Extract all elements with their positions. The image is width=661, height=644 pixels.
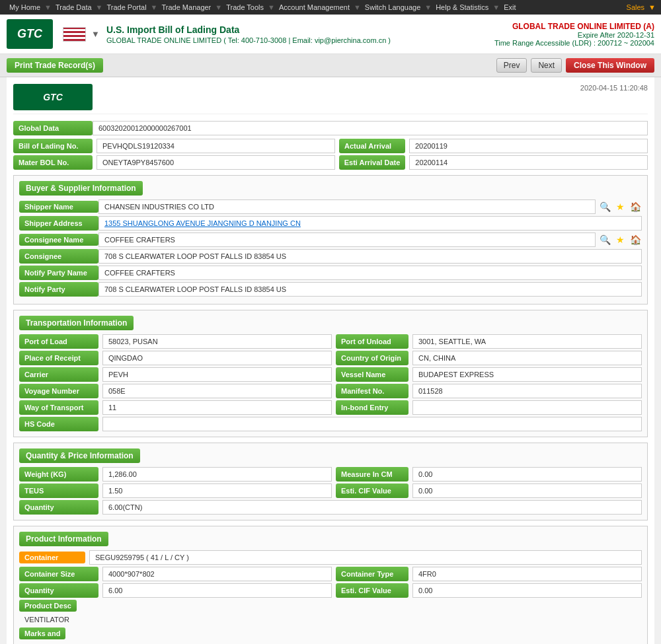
consignee-search-icon[interactable]: 🔍 [598, 233, 611, 246]
main-content: GTC 2020-04-15 11:20:48 Global Data 6003… [7, 77, 654, 644]
logo-text: GTC [17, 27, 42, 41]
carrier-vessel-row: Carrier PEVH Vessel Name BUDAPEST EXPRES… [19, 367, 642, 382]
mater-bol-row: Mater BOL No. ONEYTA9PY8457600 Esti Arri… [13, 155, 648, 170]
nav-sales[interactable]: Sales [623, 3, 649, 11]
transport-bond-row: Way of Transport 11 In-bond Entry [19, 400, 642, 415]
marks-button[interactable]: Marks and [19, 627, 65, 639]
country-origin-value: CN, CHINA [412, 351, 642, 365]
header-title: U.S. Import Bill of Lading Data [106, 24, 494, 35]
manifest-no-value: 011528 [412, 384, 642, 398]
buyer-supplier-header: Buyer & Supplier Information [19, 181, 143, 196]
shipper-name-label: Shipper Name [19, 201, 98, 213]
port-row: Port of Load 58023, PUSAN Port of Unload… [19, 334, 642, 349]
close-window-button-top[interactable]: Close This Window [566, 58, 654, 73]
header-time-range: Time Range Accessible (LDR) : 200712 ~ 2… [494, 39, 654, 47]
prod-qty-cif-row: Quantity 6.00 Esti. CIF Value 0.00 [19, 583, 642, 598]
consignee-name-value: COFFEE CRAFTERS [98, 233, 596, 247]
consignee-label: Consignee [19, 249, 98, 264]
nav-switch-language[interactable]: Switch Language [361, 3, 424, 11]
actual-arrival-value: 20200119 [409, 139, 648, 153]
measure-cm-label: Measure In CM [336, 467, 408, 482]
consignee-icons: 🔍 ★ 🏠 [598, 233, 642, 246]
actual-arrival-label: Actual Arrival [339, 139, 405, 153]
shipper-address-value: 1355 SHUANGLONG AVENUE JIANGNING D NANJI… [98, 216, 642, 231]
header-info: U.S. Import Bill of Lading Data GLOBAL T… [106, 24, 494, 44]
prod-quantity-label: Quantity [19, 583, 98, 598]
marks-value: COFFEE CRAFTERS [19, 641, 642, 644]
container-size-label: Container Size [19, 567, 98, 581]
home-icon[interactable]: 🏠 [629, 200, 642, 213]
hs-code-row: HS Code [19, 417, 642, 431]
carrier-label: Carrier [19, 367, 98, 382]
in-bond-value [412, 400, 642, 415]
notify-party-name-row: Notify Party Name COFFEE CRAFTERS [19, 266, 642, 280]
shipper-icons: 🔍 ★ 🏠 [598, 200, 642, 213]
product-desc-row: Product Desc [19, 600, 642, 612]
voyage-number-label: Voyage Number [19, 384, 98, 398]
container-badge: Container [19, 552, 85, 563]
print-bar-top: Print Trade Record(s) Prev Next Close Th… [0, 54, 661, 77]
consignee-name-row: Consignee Name COFFEE CRAFTERS 🔍 ★ 🏠 [19, 233, 642, 247]
hs-code-label: HS Code [19, 417, 98, 431]
measure-cm-value: 0.00 [412, 467, 642, 482]
search-icon[interactable]: 🔍 [598, 200, 611, 213]
esti-cif-label: Esti. CIF Value [336, 483, 408, 498]
header-subtitle: GLOBAL TRADE ONLINE LIMITED ( Tel: 400-7… [106, 36, 494, 44]
nav-exit[interactable]: Exit [500, 3, 520, 11]
in-bond-label: In-bond Entry [336, 400, 408, 415]
global-data-row: Global Data 60032020012000000267001 [13, 121, 648, 135]
receipt-origin-row: Place of Receipt QINGDAO Country of Orig… [19, 351, 642, 365]
notify-party-row: Notify Party 708 S CLEARWATER LOOP POST … [19, 282, 642, 297]
logo-box: GTC [7, 19, 53, 49]
place-receipt-label: Place of Receipt [19, 351, 98, 365]
transport-header: Transportation Information [19, 316, 134, 330]
star-icon[interactable]: ★ [613, 200, 627, 213]
nav-my-home[interactable]: My Home [5, 3, 44, 11]
shipper-name-row: Shipper Name CHANSEN INDUSTRIES CO LTD 🔍… [19, 199, 642, 214]
top-navigation: My Home ▼ Trade Data ▼ Trade Portal ▼ Tr… [0, 0, 661, 15]
prod-esti-cif-label: Esti. CIF Value [336, 583, 408, 598]
buyer-supplier-section: Buyer & Supplier Information Shipper Nam… [13, 175, 648, 304]
consignee-home-icon[interactable]: 🏠 [629, 233, 642, 246]
notify-party-name-value: COFFEE CRAFTERS [98, 266, 642, 280]
doc-logo-text: GTC [43, 92, 63, 102]
nav-trade-portal[interactable]: Trade Portal [102, 3, 150, 11]
notify-party-label: Notify Party [19, 282, 98, 297]
print-trade-record-button-top[interactable]: Print Trade Record(s) [7, 58, 103, 73]
quantity-section: Quantity & Price Information Weight (KG)… [13, 443, 648, 520]
voyage-manifest-row: Voyage Number 058E Manifest No. 011528 [19, 384, 642, 398]
consignee-star-icon[interactable]: ★ [613, 233, 627, 246]
nav-help-statistics[interactable]: Help & Statistics [432, 3, 492, 11]
quantity-value: 6.00(CTN) [102, 500, 642, 515]
shipper-address-label: Shipper Address [19, 216, 98, 231]
way-transport-label: Way of Transport [19, 400, 98, 415]
product-desc-value: VENTILATOR [19, 614, 642, 626]
container-type-value: 4FR0 [412, 567, 642, 581]
voyage-number-value: 058E [102, 384, 332, 398]
port-unload-value: 3001, SEATTLE, WA [412, 334, 642, 349]
next-button-top[interactable]: Next [531, 58, 562, 73]
nav-trade-tools[interactable]: Trade Tools [222, 3, 268, 11]
nav-account-management[interactable]: Account Management [275, 3, 354, 11]
shipper-name-value: CHANSEN INDUSTRIES CO LTD [98, 199, 596, 214]
doc-timestamp: 2020-04-15 11:20:48 [580, 84, 648, 92]
flag-dropdown[interactable]: ▼ [91, 29, 100, 39]
prod-quantity-value: 6.00 [102, 583, 332, 598]
nav-trade-manager[interactable]: Trade Manager [157, 3, 215, 11]
doc-logo: GTC [13, 84, 93, 110]
global-data-value: 60032020012000000267001 [93, 121, 648, 135]
weight-kg-label: Weight (KG) [19, 467, 98, 482]
way-transport-value: 11 [102, 400, 332, 415]
header-bar: GTC ▼ U.S. Import Bill of Lading Data GL… [0, 15, 661, 54]
doc-header: GTC 2020-04-15 11:20:48 [13, 84, 648, 114]
nav-trade-data[interactable]: Trade Data [52, 3, 96, 11]
carrier-value: PEVH [102, 367, 332, 382]
hs-code-value [102, 417, 642, 431]
header-expire: Expire After 2020-12-31 [494, 31, 654, 39]
vessel-name-value: BUDAPEST EXPRESS [412, 367, 642, 382]
product-header: Product Information [19, 532, 108, 546]
global-data-label: Global Data [13, 121, 93, 135]
teus-label: TEUS [19, 483, 98, 498]
container-size-type-row: Container Size 4000*907*802 Container Ty… [19, 567, 642, 581]
prev-button-top[interactable]: Prev [496, 58, 527, 73]
